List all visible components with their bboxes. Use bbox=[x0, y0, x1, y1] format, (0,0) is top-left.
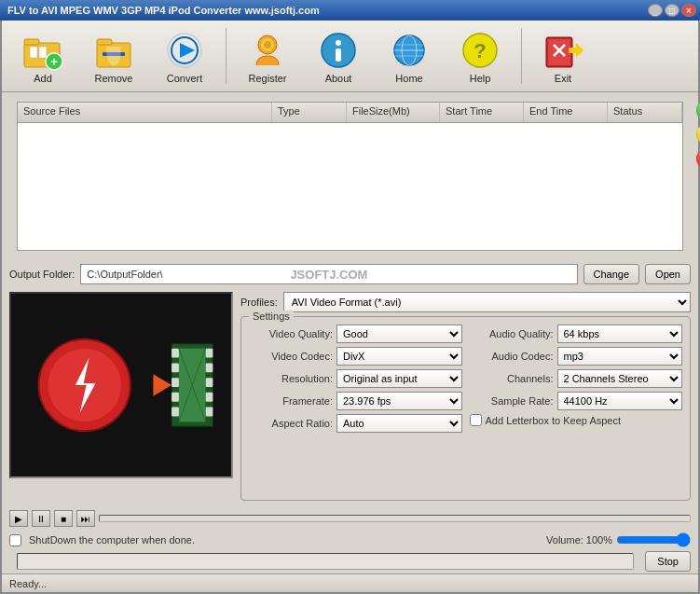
channels-select[interactable]: 2 Channels Stereo bbox=[557, 369, 683, 388]
aspect-ratio-select[interactable]: Auto bbox=[336, 414, 462, 433]
remove-icon bbox=[91, 28, 136, 73]
output-row: Output Folder: JSOFTJ.COM Change Open bbox=[9, 264, 691, 284]
pause-button[interactable]: ⏸ bbox=[32, 510, 50, 527]
convert-button[interactable]: Convert bbox=[151, 24, 218, 88]
title-text: FLV to AVI MPEG WMV 3GP MP4 iPod Convert… bbox=[4, 5, 648, 16]
sample-rate-label: Sample Rate: bbox=[470, 395, 554, 407]
remove-button[interactable]: Remove bbox=[80, 24, 147, 88]
settings-panel: Profiles: AVI Video Format (*.avi) Setti… bbox=[240, 292, 691, 501]
audio-quality-row: Audio Quality: 64 kbps bbox=[470, 325, 683, 343]
table-body[interactable] bbox=[18, 123, 682, 251]
output-path-input[interactable] bbox=[80, 264, 577, 284]
col-end: End Time bbox=[524, 103, 608, 122]
sample-rate-select[interactable]: 44100 Hz bbox=[557, 392, 683, 410]
aspect-ratio-label: Aspect Ratio: bbox=[249, 418, 333, 429]
stop-ctrl-button[interactable]: ■ bbox=[54, 510, 73, 527]
svg-rect-3 bbox=[39, 47, 47, 58]
add-button[interactable]: + Add bbox=[9, 24, 76, 88]
svg-rect-41 bbox=[172, 393, 179, 402]
convert-icon bbox=[162, 28, 207, 73]
video-quality-label: Video Quality: bbox=[249, 328, 333, 339]
minimize-button[interactable]: _ bbox=[648, 4, 663, 17]
resolution-select[interactable]: Original as input bbox=[336, 369, 462, 388]
main-container: + Add Remove bbox=[0, 21, 700, 594]
audio-codec-row: Audio Codec: mp3 bbox=[470, 347, 683, 366]
volume-row: Volume: 100% bbox=[546, 532, 691, 547]
letterbox-checkbox[interactable] bbox=[470, 414, 482, 426]
shutdown-checkbox[interactable] bbox=[9, 534, 21, 546]
close-button[interactable]: × bbox=[681, 4, 696, 17]
framerate-row: Framerate: 23.976 fps bbox=[249, 392, 462, 410]
audio-codec-select[interactable]: mp3 bbox=[557, 347, 683, 366]
video-codec-row: Video Codec: DivX bbox=[249, 347, 462, 366]
letterbox-row: Add Letterbox to Keep Aspect bbox=[470, 414, 683, 426]
svg-rect-43 bbox=[205, 349, 213, 358]
video-quality-select[interactable]: Good bbox=[336, 325, 462, 343]
maximize-button[interactable]: □ bbox=[665, 4, 679, 17]
svg-rect-27 bbox=[548, 39, 570, 65]
svg-rect-46 bbox=[205, 393, 213, 402]
svg-point-15 bbox=[264, 41, 271, 48]
open-button[interactable]: Open bbox=[645, 264, 691, 284]
svg-rect-44 bbox=[205, 363, 213, 372]
help-icon: ? bbox=[458, 28, 502, 73]
play-button[interactable]: ▶ bbox=[9, 510, 28, 527]
col-status: Status bbox=[608, 103, 682, 122]
table-side-buttons: + - × bbox=[696, 96, 700, 173]
col-start: Start Time bbox=[440, 103, 524, 122]
video-preview bbox=[9, 292, 233, 478]
resolution-row: Resolution: Original as input bbox=[249, 369, 462, 388]
audio-codec-label: Audio Codec: bbox=[470, 351, 554, 362]
help-button[interactable]: ? Help bbox=[446, 24, 514, 88]
separator-1 bbox=[226, 28, 226, 84]
volume-slider[interactable] bbox=[616, 532, 691, 547]
svg-text:?: ? bbox=[474, 39, 486, 62]
sample-rate-row: Sample Rate: 44100 Hz bbox=[470, 392, 683, 410]
audio-quality-select[interactable]: 64 kbps bbox=[557, 325, 683, 343]
svg-point-17 bbox=[336, 40, 341, 46]
svg-rect-40 bbox=[172, 378, 179, 387]
stop-button[interactable]: Stop bbox=[645, 551, 691, 572]
convert-label: Convert bbox=[167, 73, 203, 84]
shutdown-label: ShutDown the computer when done. bbox=[29, 534, 195, 546]
resolution-label: Resolution: bbox=[249, 373, 333, 384]
svg-rect-42 bbox=[172, 408, 179, 417]
settings-title: Settings bbox=[249, 311, 294, 322]
about-label: About bbox=[325, 73, 352, 84]
separator-2 bbox=[521, 28, 522, 84]
svg-rect-1 bbox=[24, 39, 39, 45]
profiles-label: Profiles: bbox=[240, 297, 278, 308]
skip-button[interactable]: ⏭ bbox=[76, 510, 95, 527]
options-bar: ShutDown the computer when done. Volume:… bbox=[9, 532, 691, 547]
profiles-select[interactable]: AVI Video Format (*.avi) bbox=[283, 292, 691, 312]
title-bar: FLV to AVI MPEG WMV 3GP MP4 iPod Convert… bbox=[0, 0, 700, 21]
output-path-container: JSOFTJ.COM bbox=[80, 264, 577, 284]
remove-file-button[interactable]: - bbox=[696, 124, 700, 145]
help-label: Help bbox=[470, 73, 491, 84]
aspect-ratio-row: Aspect Ratio: Auto bbox=[249, 414, 462, 433]
video-codec-select[interactable]: DivX bbox=[336, 347, 462, 366]
exit-button[interactable]: Exit bbox=[529, 24, 597, 88]
render-row: Stop bbox=[9, 551, 691, 572]
home-button[interactable]: Home bbox=[376, 24, 443, 88]
playback-progress[interactable] bbox=[99, 515, 691, 522]
file-table-wrapper: Source Files Type FileSize(Mb) Start Tim… bbox=[9, 96, 691, 256]
register-button[interactable]: Register bbox=[234, 24, 301, 88]
exit-label: Exit bbox=[555, 73, 571, 84]
svg-rect-45 bbox=[205, 378, 213, 387]
svg-rect-38 bbox=[172, 349, 179, 358]
about-icon bbox=[316, 28, 361, 73]
change-button[interactable]: Change bbox=[583, 264, 640, 284]
col-source: Source Files bbox=[18, 103, 272, 122]
add-file-button[interactable]: + bbox=[696, 100, 700, 120]
framerate-select[interactable]: 23.976 fps bbox=[336, 392, 462, 410]
bottom-section: Profiles: AVI Video Format (*.avi) Setti… bbox=[9, 292, 691, 501]
svg-rect-2 bbox=[30, 47, 37, 58]
remove-label: Remove bbox=[95, 73, 133, 84]
about-button[interactable]: About bbox=[305, 24, 372, 88]
clear-files-button[interactable]: × bbox=[696, 148, 700, 169]
svg-text:+: + bbox=[50, 54, 58, 69]
video-quality-row: Video Quality: Good bbox=[249, 325, 462, 343]
add-icon: + bbox=[21, 28, 65, 73]
status-bar: Ready... bbox=[2, 573, 698, 592]
